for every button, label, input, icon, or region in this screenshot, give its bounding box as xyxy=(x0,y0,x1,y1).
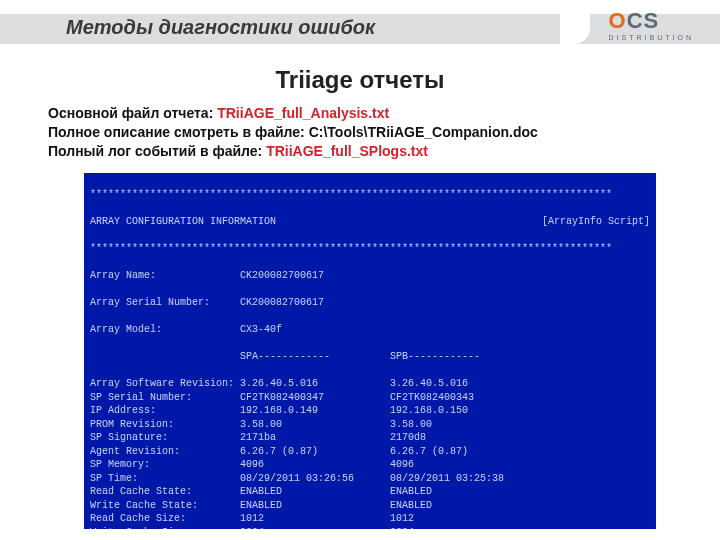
intro-line-1: Основной файл отчета: TRiiAGE_full_Analy… xyxy=(48,104,690,123)
term-spb: CF2TK082400343 xyxy=(390,391,540,405)
intro-value-1: TRiiAGE_full_Analysis.txt xyxy=(217,105,389,121)
term-label: Write Cache Size: xyxy=(90,526,240,529)
term-row: Write Cache State:ENABLEDENABLED xyxy=(90,499,650,513)
term-spb: 1012 xyxy=(390,512,540,526)
term-spa: 6.26.7 (0.87) xyxy=(240,445,390,459)
term-col-header: SPA------------SPB------------ xyxy=(90,350,650,364)
term-label: SP Time: xyxy=(90,472,240,486)
term-label: Array Name: xyxy=(90,269,240,283)
logo-text: OCS xyxy=(609,10,694,32)
stars-line: ****************************************… xyxy=(90,242,650,256)
term-row: IP Address:192.168.0.149192.168.0.150 xyxy=(90,404,650,418)
term-row: SP Signature:2171ba2170d8 xyxy=(90,431,650,445)
term-label: SP Signature: xyxy=(90,431,240,445)
term-row: SP Time:08/29/2011 03:26:5608/29/2011 03… xyxy=(90,472,650,486)
term-label: Read Cache Size: xyxy=(90,512,240,526)
term-rows: Array Software Revision:3.26.40.5.0163.2… xyxy=(90,377,650,529)
term-spb: 3.26.40.5.016 xyxy=(390,377,540,391)
intro-line-2: Полное описание смотреть в файле: C:\Too… xyxy=(48,123,690,142)
intro-block: Основной файл отчета: TRiiAGE_full_Analy… xyxy=(48,104,690,161)
terminal-header-right: [ArrayInfo Script] xyxy=(542,215,650,229)
term-row: Agent Revision:6.26.7 (0.87)6.26.7 (0.87… xyxy=(90,445,650,459)
term-spb: 192.168.0.150 xyxy=(390,404,540,418)
term-row: Read Cache State:ENABLEDENABLED xyxy=(90,485,650,499)
term-row: SP Serial Number:CF2TK082400347CF2TK0824… xyxy=(90,391,650,405)
terminal-header-left: ARRAY CONFIGURATION INFORMATION xyxy=(90,215,276,229)
term-val: CX3-40f xyxy=(240,324,282,335)
term-spa: ENABLED xyxy=(240,499,390,513)
intro-value-2: C:\Tools\TRiiAGE_Companion.doc xyxy=(309,124,538,140)
term-val: CK200082700617 xyxy=(240,297,324,308)
intro-line-3: Полный лог событий в файле: TRiiAGE_full… xyxy=(48,142,690,161)
term-row: Write Cache Size:20042004 xyxy=(90,526,650,529)
term-row: SP Memory:40964096 xyxy=(90,458,650,472)
term-label: PROM Revision: xyxy=(90,418,240,432)
logo: OCS DISTRIBUTION xyxy=(609,10,694,41)
intro-label-3: Полный лог событий в файле: xyxy=(48,143,266,159)
terminal-header: ARRAY CONFIGURATION INFORMATION[ArrayInf… xyxy=(90,215,650,229)
term-label: Array Software Revision: xyxy=(90,377,240,391)
page-title: Методы диагностики ошибок xyxy=(66,16,375,39)
intro-value-3: TRiiAGE_full_SPlogs.txt xyxy=(266,143,428,159)
term-spb: 2004 xyxy=(390,526,540,529)
term-spa-hdr: SPA------------ xyxy=(240,350,390,364)
term-spa: 192.168.0.149 xyxy=(240,404,390,418)
term-label: SP Serial Number: xyxy=(90,391,240,405)
logo-cs: CS xyxy=(627,8,660,33)
term-label: Array Serial Number: xyxy=(90,296,240,310)
term-spa: 3.58.00 xyxy=(240,418,390,432)
term-row: Array Name:CK200082700617 xyxy=(90,269,650,283)
term-label: Write Cache State: xyxy=(90,499,240,513)
term-spb: 2170d8 xyxy=(390,431,540,445)
term-spa: 4096 xyxy=(240,458,390,472)
term-spa: 1012 xyxy=(240,512,390,526)
intro-label-2: Полное описание смотреть в файле: xyxy=(48,124,309,140)
term-spb: 08/29/2011 03:25:38 xyxy=(390,472,540,486)
term-row: Array Serial Number:CK200082700617 xyxy=(90,296,650,310)
term-row: PROM Revision:3.58.003.58.00 xyxy=(90,418,650,432)
term-spb-hdr: SPB------------ xyxy=(390,350,540,364)
stars-line: ****************************************… xyxy=(90,188,650,202)
term-row: Array Software Revision:3.26.40.5.0163.2… xyxy=(90,377,650,391)
term-spa: CF2TK082400347 xyxy=(240,391,390,405)
term-spa: 2171ba xyxy=(240,431,390,445)
header-bar: Методы диагностики ошибок OCS DISTRIBUTI… xyxy=(0,0,720,58)
term-spb: 3.58.00 xyxy=(390,418,540,432)
term-spa: 2004 xyxy=(240,526,390,529)
term-row: Read Cache Size:10121012 xyxy=(90,512,650,526)
term-label: IP Address: xyxy=(90,404,240,418)
term-label: Read Cache State: xyxy=(90,485,240,499)
term-spb: 4096 xyxy=(390,458,540,472)
terminal-output: ****************************************… xyxy=(84,173,656,529)
term-spa: 3.26.40.5.016 xyxy=(240,377,390,391)
term-label: SP Memory: xyxy=(90,458,240,472)
term-spb: ENABLED xyxy=(390,499,540,513)
logo-o: O xyxy=(609,8,627,33)
logo-subtitle: DISTRIBUTION xyxy=(609,34,694,41)
term-spa: 08/29/2011 03:26:56 xyxy=(240,472,390,486)
term-row: Array Model:CX3-40f xyxy=(90,323,650,337)
term-label: Array Model: xyxy=(90,323,240,337)
term-spb: 6.26.7 (0.87) xyxy=(390,445,540,459)
section-title: Triiage отчеты xyxy=(0,66,720,94)
intro-label-1: Основной файл отчета: xyxy=(48,105,217,121)
term-spb: ENABLED xyxy=(390,485,540,499)
term-val: CK200082700617 xyxy=(240,270,324,281)
term-label: Agent Revision: xyxy=(90,445,240,459)
term-spa: ENABLED xyxy=(240,485,390,499)
